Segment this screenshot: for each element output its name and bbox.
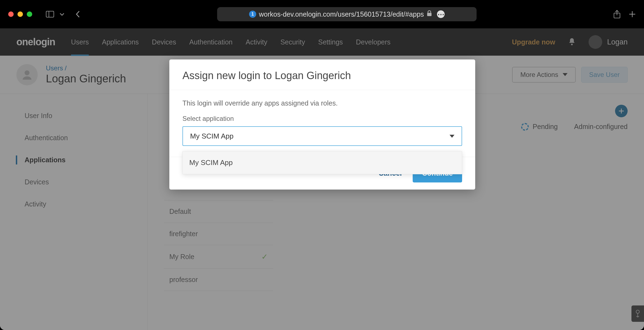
modal-title: Assign new login to Logan Gingerich [182, 70, 462, 82]
application-select-value: My SCIM App [190, 132, 234, 140]
address-bar[interactable]: 1 workos-dev.onelogin.com/users/15601571… [217, 7, 477, 21]
application-option[interactable]: My SCIM App [183, 151, 462, 174]
close-window-button[interactable] [8, 11, 14, 17]
tab-dropdown-button[interactable] [60, 13, 64, 16]
site-options-button[interactable]: ⋯ [437, 10, 445, 18]
svg-rect-2 [427, 13, 432, 16]
select-application-label: Select application [182, 115, 462, 122]
application-dropdown: My SCIM App [182, 151, 462, 174]
chevron-down-icon [450, 135, 454, 138]
share-button[interactable] [613, 10, 621, 19]
new-tab-button[interactable] [629, 10, 636, 19]
tracker-badge: 1 [249, 11, 256, 18]
maximize-window-button[interactable] [27, 11, 32, 17]
modal-header: Assign new login to Logan Gingerich [169, 59, 475, 90]
browser-chrome: 1 workos-dev.onelogin.com/users/15601571… [0, 0, 644, 28]
window-controls [8, 11, 32, 17]
lock-icon [427, 10, 432, 18]
sidebar-toggle-button[interactable] [46, 11, 54, 17]
modal-description: This login will override any apps assign… [182, 99, 462, 107]
application-select[interactable]: My SCIM App [182, 126, 462, 146]
svg-rect-0 [46, 11, 54, 17]
back-button[interactable] [75, 10, 80, 18]
url-text: workos-dev.onelogin.com/users/156015713/… [259, 10, 424, 18]
modal-body: This login will override any apps assign… [169, 90, 475, 157]
minimize-window-button[interactable] [17, 11, 23, 17]
assign-login-modal: Assign new login to Logan Gingerich This… [169, 59, 475, 190]
